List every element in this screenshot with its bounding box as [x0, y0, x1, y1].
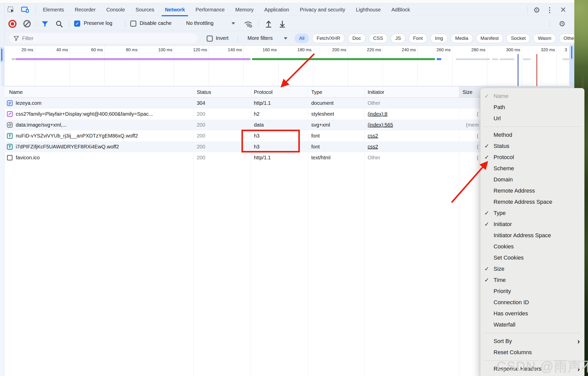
request-type-pills: All Fetch/XHR Doc CSS JS Font Img Media … — [295, 33, 580, 43]
menu-item-response-headers[interactable]: Response Headers› — [480, 363, 584, 374]
cell-size: ( — [477, 109, 479, 119]
menu-item-remote-address-space[interactable]: Remote Address Space — [480, 196, 584, 208]
cell-type: font — [311, 141, 320, 152]
overview-right-handle[interactable] — [569, 45, 574, 86]
close-devtools-icon[interactable]: × — [558, 5, 568, 15]
tab-sources[interactable]: Sources — [130, 3, 159, 16]
inspect-element-icon[interactable] — [7, 6, 15, 14]
throttling-select[interactable]: No throttling — [186, 20, 214, 26]
tab-memory[interactable]: Memory — [230, 3, 259, 16]
tab-adblock[interactable]: AdBlock — [386, 3, 415, 16]
overview-left-handle[interactable] — [0, 47, 4, 63]
cell-name[interactable]: i7dPIFZifjKcF5UAWdDRYEF8RXi4EwQ.woff2 — [16, 141, 119, 152]
filter-toggle-icon[interactable] — [41, 20, 49, 28]
tick-label: 240 ms — [402, 47, 416, 53]
menu-item-cookies[interactable]: Cookies — [480, 241, 584, 252]
pill-wasm[interactable]: Wasm — [533, 33, 556, 43]
overview-left-band — [1, 63, 4, 86]
divider — [550, 20, 550, 27]
cell-initiator-link[interactable]: (index):8 — [368, 109, 387, 119]
menu-item-has-overrides[interactable]: Has overrides — [480, 308, 584, 319]
cell-status: 200 — [197, 152, 205, 163]
tab-lighthouse[interactable]: Lighthouse — [351, 3, 386, 16]
menu-item-set-cookies[interactable]: Set Cookies — [480, 252, 584, 263]
column-header-status[interactable]: Status — [197, 87, 211, 98]
export-har-icon[interactable] — [278, 20, 287, 28]
pill-css[interactable]: CSS — [369, 33, 388, 43]
search-icon[interactable] — [55, 20, 63, 28]
menu-item-waterfall[interactable]: Waterfall — [480, 319, 584, 330]
cell-status: 304 — [197, 98, 205, 109]
network-filter-bar: Invert More filters All Fetch/XHR Doc CS… — [0, 31, 574, 46]
menu-item-priority[interactable]: Priority — [480, 286, 584, 297]
cell-initiator-link[interactable]: css2 — [368, 141, 378, 152]
import-har-icon[interactable] — [264, 20, 273, 28]
cell-initiator-link[interactable]: (index):565 — [368, 119, 393, 130]
overview-gray-bar — [562, 58, 569, 60]
tab-privacy-and-security[interactable]: Privacy and security — [295, 3, 351, 16]
device-toolbar-icon[interactable] — [21, 6, 29, 14]
pill-fetch-xhr[interactable]: Fetch/XHR — [312, 33, 345, 43]
menu-item-method[interactable]: Method — [480, 129, 584, 141]
clear-network-log-icon[interactable] — [23, 20, 31, 27]
column-header-size[interactable]: Size — [463, 87, 472, 98]
menu-item-scheme[interactable]: Scheme — [480, 163, 584, 174]
cell-name[interactable]: css2?family=Playfair+Display:wght@400;60… — [16, 109, 153, 119]
pill-socket[interactable]: Socket — [506, 33, 530, 43]
column-header-type[interactable]: Type — [311, 87, 322, 98]
cell-name[interactable]: nuFiD-vYSZviVYUb_rj3ij__anPXDTzYgEM86xQ.… — [16, 130, 138, 141]
tab-network[interactable]: Network — [159, 3, 190, 16]
cell-status: 200 — [197, 130, 205, 141]
column-header-initiator[interactable]: Initiator — [368, 87, 384, 98]
tab-elements[interactable]: Elements — [38, 3, 69, 16]
cell-protocol: h2 — [254, 109, 259, 119]
settings-gear-icon[interactable]: ⚙ — [532, 5, 541, 14]
cell-initiator-link[interactable]: css2 — [368, 130, 378, 141]
column-header-name[interactable]: Name — [9, 87, 23, 98]
menu-item-size[interactable]: ✓Size — [480, 263, 584, 275]
menu-item-url[interactable]: Url — [480, 113, 584, 124]
tick-label: 220 ms — [367, 47, 381, 53]
filter-input[interactable] — [22, 33, 189, 43]
menu-item-initiator-address-space[interactable]: Initiator Address Space — [480, 230, 584, 241]
menu-item-reset-columns[interactable]: Reset Columns — [480, 347, 584, 358]
tab-performance[interactable]: Performance — [190, 3, 230, 16]
pill-font[interactable]: Font — [409, 33, 427, 43]
menu-item-connection-id[interactable]: Connection ID — [480, 297, 584, 308]
tab-console[interactable]: Console — [101, 3, 130, 16]
pill-manifest[interactable]: Manifest — [476, 33, 503, 43]
pill-media[interactable]: Media — [451, 33, 473, 43]
pill-img[interactable]: Img — [430, 33, 448, 43]
menu-item-domain[interactable]: Domain — [480, 174, 584, 185]
more-filters-dropdown[interactable]: More filters — [248, 35, 273, 41]
menu-item-time[interactable]: ✓Time — [480, 275, 584, 286]
image-icon — [7, 122, 13, 128]
network-conditions-icon[interactable] — [243, 19, 254, 29]
cell-name[interactable]: favicon.ico — [16, 152, 40, 163]
menu-item-initiator[interactable]: ✓Initiator — [480, 219, 584, 230]
pill-js[interactable]: JS — [391, 33, 405, 43]
preserve-log-checkbox[interactable]: ✓ — [74, 21, 80, 27]
menu-item-type[interactable]: ✓Type — [480, 208, 584, 219]
cell-name[interactable]: lezeya.com — [16, 98, 41, 109]
menu-item-path[interactable]: Path — [480, 102, 584, 113]
pill-all[interactable]: All — [295, 33, 309, 43]
invert-checkbox[interactable] — [207, 36, 213, 42]
tab-application[interactable]: Application — [259, 3, 295, 16]
cell-name[interactable]: data:image/svg+xml,... — [16, 119, 67, 130]
pill-doc[interactable]: Doc — [348, 33, 366, 43]
more-options-icon[interactable]: ⋮ — [546, 5, 553, 14]
network-settings-gear-icon[interactable]: ⚙ — [558, 19, 567, 28]
record-network-log-icon[interactable] — [8, 20, 17, 28]
disable-cache-checkbox[interactable] — [130, 21, 136, 27]
overview-end-segment — [437, 58, 441, 60]
menu-item-sort-by[interactable]: Sort By› — [480, 336, 584, 347]
cell-size: ( — [477, 141, 479, 152]
menu-item-remote-address[interactable]: Remote Address — [480, 185, 584, 196]
network-overview-timeline[interactable]: 20 ms 40 ms 60 ms 80 ms 100 ms 120 ms 14… — [0, 46, 574, 86]
column-header-protocol[interactable]: Protocol — [254, 87, 272, 98]
cell-status: 200 — [197, 141, 205, 152]
menu-item-protocol[interactable]: ✓Protocol — [480, 152, 584, 163]
tab-recorder[interactable]: Recorder — [69, 3, 101, 16]
menu-item-status[interactable]: ✓Status — [480, 141, 584, 152]
